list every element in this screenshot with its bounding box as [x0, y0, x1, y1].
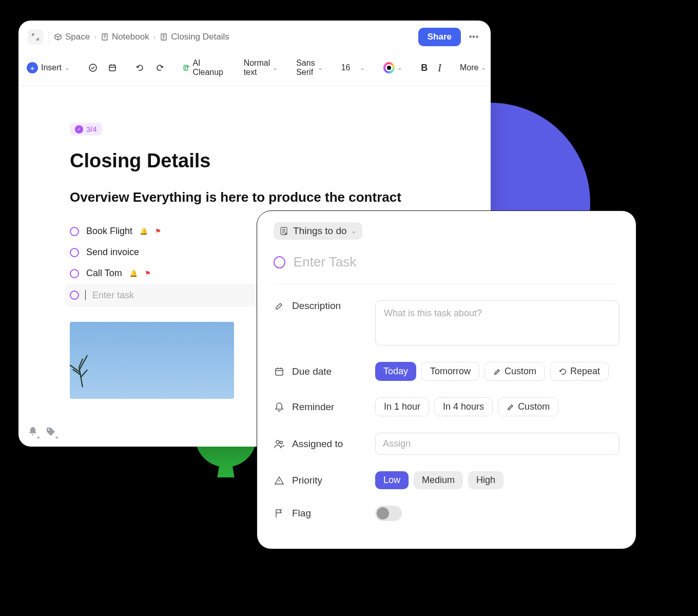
sparkle-doc-icon: [183, 63, 190, 72]
font-size-value: 16: [341, 63, 351, 72]
description-input[interactable]: [375, 300, 619, 345]
repeat-icon: [559, 368, 567, 376]
expand-button[interactable]: [28, 29, 43, 45]
breadcrumb-label: Space: [65, 32, 90, 42]
chevron-right-icon: ›: [153, 33, 156, 41]
calendar-icon: [108, 63, 117, 72]
insert-button[interactable]: + Insert ⌄: [24, 60, 73, 75]
chevron-down-icon: ⌄: [65, 64, 70, 71]
edit-icon: [274, 301, 285, 311]
redo-button[interactable]: [152, 61, 167, 74]
insert-label: Insert: [41, 63, 62, 72]
breadcrumb-notebook[interactable]: Notebook: [101, 32, 149, 42]
task-label: Send invoice: [86, 247, 139, 258]
flag-icon: ⚑: [155, 227, 161, 235]
assigned-label: Assigned to: [292, 438, 343, 450]
task-checkbox[interactable]: [70, 269, 79, 278]
check-icon: ✓: [75, 125, 83, 133]
add-tag-button[interactable]: +: [45, 426, 56, 439]
task-label: Book Flight: [86, 226, 132, 237]
text-style-dropdown[interactable]: Normal text ⌄: [241, 56, 281, 79]
priority-medium-button[interactable]: Medium: [414, 471, 463, 489]
bell-icon: 🔔: [129, 270, 138, 277]
progress-text: 3/4: [86, 125, 97, 133]
bold-button[interactable]: B: [418, 61, 431, 75]
chevron-down-icon: ⌄: [360, 64, 365, 71]
task-checkbox[interactable]: [274, 256, 285, 268]
bell-icon: [274, 401, 285, 413]
due-tomorrow-button[interactable]: Tomorrow: [421, 362, 479, 381]
page-icon: [160, 33, 168, 41]
page-title[interactable]: Closing Details: [70, 150, 439, 172]
chevron-down-icon: ⌄: [397, 64, 402, 71]
assign-input[interactable]: [375, 433, 619, 455]
reminder-label: Reminder: [292, 401, 334, 413]
color-picker[interactable]: ⌄: [380, 60, 405, 75]
reminder-custom-button[interactable]: Custom: [498, 397, 558, 416]
box-icon: [54, 33, 62, 41]
text-cursor: [85, 290, 86, 300]
italic-button[interactable]: I: [435, 60, 444, 76]
more-dropdown[interactable]: More ⌄: [457, 61, 489, 74]
list-icon: [280, 226, 289, 236]
bold-icon: B: [421, 63, 428, 73]
task-checkbox[interactable]: [70, 291, 79, 300]
due-custom-button[interactable]: Custom: [484, 362, 545, 381]
due-today-button[interactable]: Today: [375, 362, 416, 381]
italic-icon: I: [438, 62, 441, 74]
priority-low-button[interactable]: Low: [375, 471, 409, 489]
due-repeat-button[interactable]: Repeat: [550, 362, 609, 381]
chevron-down-icon: ⌄: [481, 64, 486, 71]
check-circle-icon: [88, 63, 98, 72]
add-reminder-button[interactable]: +: [28, 426, 38, 439]
ai-cleanup-label: AI Cleanup: [192, 59, 225, 77]
task-checkbox[interactable]: [70, 248, 79, 257]
reminder-4h-button[interactable]: In 4 hours: [434, 397, 493, 416]
svg-rect-12: [276, 369, 283, 375]
svg-point-13: [276, 440, 279, 444]
custom-label: Custom: [505, 366, 536, 377]
svg-rect-8: [109, 65, 115, 71]
priority-icon: [274, 475, 285, 486]
svg-point-14: [280, 441, 283, 444]
progress-badge[interactable]: ✓ 3/4: [70, 123, 102, 136]
share-button[interactable]: Share: [418, 28, 461, 46]
text-style-label: Normal text: [244, 59, 270, 77]
reminder-1h-button[interactable]: In 1 hour: [375, 397, 429, 416]
due-date-label: Due date: [292, 366, 332, 377]
notebook-icon: [101, 33, 109, 41]
task-checkbox[interactable]: [70, 227, 79, 236]
font-size-dropdown[interactable]: 16 ⌄: [338, 61, 369, 74]
breadcrumb: Space › Notebook › Closing Details: [54, 32, 229, 42]
pencil-icon: [493, 368, 501, 376]
description-label: Description: [292, 300, 341, 312]
task-label: Call Tom: [86, 268, 122, 279]
breadcrumb-label: Notebook: [112, 32, 149, 42]
undo-button[interactable]: [132, 61, 148, 74]
calendar-icon: [274, 367, 285, 377]
chevron-down-icon: ⌄: [351, 227, 356, 235]
check-circle-button[interactable]: [85, 61, 101, 74]
breadcrumb-page[interactable]: Closing Details: [160, 32, 229, 42]
plus-icon: +: [27, 62, 38, 73]
bell-icon: 🔔: [140, 227, 148, 235]
calendar-button[interactable]: [105, 61, 120, 74]
breadcrumb-label: Closing Details: [171, 32, 229, 42]
font-dropdown[interactable]: Sans Serif ⌄: [293, 56, 325, 79]
breadcrumb-space[interactable]: Space: [54, 32, 90, 42]
redo-icon: [155, 63, 164, 72]
flag-icon: [274, 508, 285, 518]
list-name: Things to do: [293, 225, 347, 237]
task-detail-panel: Things to do ⌄ Description Due date Toda…: [257, 210, 636, 549]
image-block[interactable]: [70, 322, 234, 399]
color-ring-icon: [383, 62, 395, 73]
undo-icon: [135, 63, 145, 72]
priority-high-button[interactable]: High: [468, 471, 503, 489]
page-subtitle[interactable]: Overview Everything is here to produce t…: [70, 188, 439, 206]
flag-toggle[interactable]: [375, 506, 402, 521]
task-title-input[interactable]: [294, 254, 619, 270]
task-list-selector[interactable]: Things to do ⌄: [274, 222, 362, 240]
more-menu-button[interactable]: •••: [466, 29, 481, 45]
toolbar: + Insert ⌄ AI Cleanup Normal text ⌄: [18, 53, 491, 86]
ai-cleanup-button[interactable]: AI Cleanup: [180, 56, 228, 79]
